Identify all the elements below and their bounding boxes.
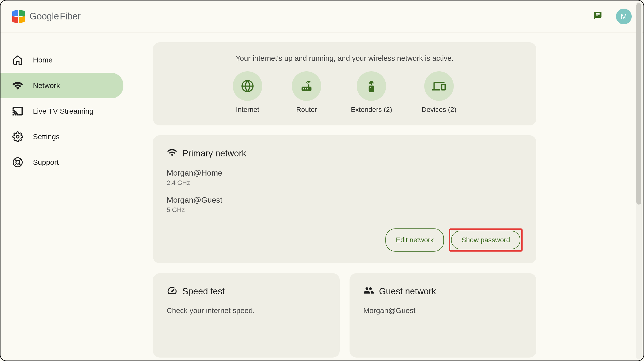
- guest-network-card: Guest network Morgan@Guest · ·: [350, 273, 536, 357]
- cast-icon: [12, 106, 23, 117]
- status-item-extenders[interactable]: Extenders (2): [351, 71, 392, 114]
- network-entry: Morgan@Home 2.4 GHz: [167, 168, 522, 187]
- status-label: Extenders (2): [351, 106, 392, 114]
- status-message: Your internet's up and running, and your…: [167, 54, 522, 63]
- show-password-button[interactable]: Show password: [451, 231, 520, 249]
- status-label: Router: [296, 106, 317, 114]
- edit-network-button[interactable]: Edit network: [386, 228, 444, 252]
- sidebar-item-settings[interactable]: Settings: [0, 124, 124, 150]
- people-icon: [363, 285, 374, 297]
- support-icon: [12, 157, 23, 168]
- avatar-letter: M: [621, 12, 627, 21]
- network-entry: Morgan@Guest 5 GHz: [167, 195, 522, 214]
- primary-network-card: Primary network Morgan@Home 2.4 GHz Morg…: [153, 135, 536, 263]
- wifi-icon: [167, 147, 178, 160]
- status-label: Devices (2): [422, 106, 456, 114]
- svg-point-2: [16, 161, 20, 164]
- scrollbar-track[interactable]: [636, 2, 642, 359]
- sidebar-item-label: Support: [33, 158, 59, 166]
- brand-google: Google: [30, 11, 59, 22]
- speed-test-card: Speed test Check your internet speed. ·: [153, 273, 340, 357]
- network-band: 2.4 GHz: [167, 179, 522, 187]
- globe-icon: [233, 71, 262, 101]
- network-name: Morgan@Guest: [167, 195, 522, 205]
- status-card: Your internet's up and running, and your…: [153, 42, 536, 125]
- section-title: Speed test: [182, 286, 225, 296]
- sidebar-item-support[interactable]: Support: [0, 150, 124, 175]
- brand-text: GoogleFiber: [30, 11, 80, 22]
- fiber-logo-icon: [12, 10, 24, 23]
- sidebar: Home Network Live TV Streaming Settings: [0, 33, 131, 360]
- sidebar-item-label: Live TV Streaming: [33, 107, 94, 115]
- network-band: 5 GHz: [167, 206, 522, 214]
- main-content: Your internet's up and running, and your…: [131, 33, 644, 360]
- brand-fiber: Fiber: [60, 11, 80, 22]
- status-label: Internet: [236, 106, 259, 114]
- status-item-router[interactable]: Router: [292, 71, 321, 114]
- sidebar-item-home[interactable]: Home: [0, 47, 124, 73]
- guest-network-name: Morgan@Guest: [363, 306, 522, 315]
- router-icon: [292, 71, 321, 101]
- svg-point-0: [16, 136, 19, 138]
- wifi-icon: [12, 80, 23, 91]
- header: GoogleFiber M: [0, 1, 644, 33]
- scrollbar-thumb[interactable]: [636, 3, 641, 205]
- devices-icon: [424, 71, 454, 101]
- network-name: Morgan@Home: [167, 168, 522, 178]
- sidebar-item-livetv[interactable]: Live TV Streaming: [0, 98, 124, 124]
- section-title: Guest network: [379, 286, 436, 296]
- brand[interactable]: GoogleFiber: [12, 10, 80, 23]
- speed-icon: [167, 285, 178, 297]
- speed-body: Check your internet speed.: [167, 306, 326, 315]
- sidebar-item-network[interactable]: Network: [0, 73, 124, 98]
- section-title: Primary network: [182, 148, 246, 159]
- chat-icon[interactable]: [593, 11, 602, 22]
- gear-icon: [12, 131, 23, 142]
- avatar[interactable]: M: [616, 9, 632, 24]
- home-icon: [12, 55, 23, 65]
- extender-icon: [357, 71, 386, 101]
- sidebar-item-label: Network: [33, 81, 60, 90]
- show-password-highlight: Show password: [449, 228, 522, 252]
- status-item-internet[interactable]: Internet: [233, 71, 262, 114]
- sidebar-item-label: Settings: [33, 133, 60, 141]
- status-item-devices[interactable]: Devices (2): [422, 71, 456, 114]
- sidebar-item-label: Home: [33, 56, 52, 64]
